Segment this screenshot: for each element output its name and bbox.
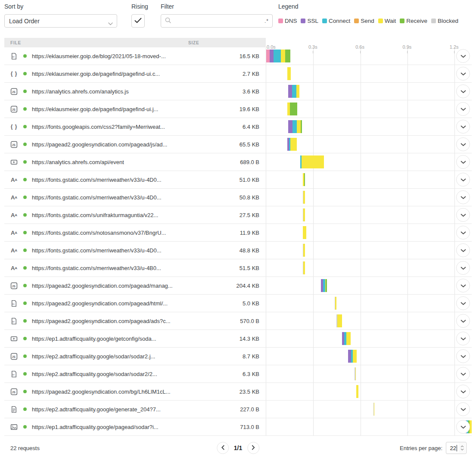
expand-row-button[interactable] <box>456 296 470 310</box>
status-ok-dot <box>23 337 27 340</box>
axis-tick-label: 0.0s <box>267 44 276 50</box>
request-size: 227.0 B <box>240 406 266 413</box>
waterfall-cell <box>266 189 472 206</box>
wait-phase-segment <box>303 226 306 239</box>
request-info-cell: JS https://ep2.adtrafficquality.google/s… <box>4 348 266 365</box>
previous-page-button[interactable] <box>217 442 229 454</box>
request-size: 6.3 KB <box>243 371 266 377</box>
expand-row-button[interactable] <box>456 349 470 363</box>
wait-phase-segment <box>303 244 305 257</box>
request-row: AA https://fonts.gstatic.com/s/merriweat… <box>4 259 472 277</box>
status-ok-dot <box>23 196 27 199</box>
next-page-button[interactable] <box>247 442 259 454</box>
expand-row-button[interactable] <box>456 279 470 292</box>
request-row: { } https://fonts.googleapis.com/css2?fa… <box>4 118 472 136</box>
request-url: https://analytics.ahrefs.com/api/event <box>32 159 124 165</box>
chevron-down-icon <box>460 158 466 166</box>
axis-tick-mark <box>360 51 361 53</box>
waterfall-cell <box>266 365 472 382</box>
waterfall-bar <box>336 314 342 327</box>
request-url: https://ep2.adtrafficquality.google/soda… <box>32 371 157 377</box>
legend-item-label: Blocked <box>438 18 458 24</box>
entries-per-page-input[interactable] <box>446 442 467 454</box>
chevron-down-icon <box>460 70 466 78</box>
expand-row-button[interactable] <box>456 367 470 381</box>
request-info-cell: JS https://pagead2.googlesyndication.com… <box>4 136 266 153</box>
font-file-icon: AA <box>10 211 18 219</box>
sort-by-label: Sort by <box>4 3 117 10</box>
request-info-cell: AA https://fonts.gstatic.com/s/merriweat… <box>4 259 266 277</box>
expand-row-button[interactable] <box>456 102 470 116</box>
sort-by-select[interactable]: Load Order <box>4 14 117 28</box>
text-cursor <box>457 445 457 451</box>
waterfall-cell <box>266 206 472 224</box>
filter-input[interactable] <box>174 18 264 24</box>
dns-color-swatch-icon <box>278 19 283 23</box>
request-info-cell: https://ep2.adtrafficquality.google/gene… <box>4 401 266 418</box>
sort-by-selected-value: Load Order <box>9 18 40 25</box>
waterfall-cell <box>266 83 472 100</box>
html-file-icon: /> <box>10 53 18 60</box>
expand-row-button[interactable] <box>456 190 470 204</box>
expand-row-button[interactable] <box>456 332 470 345</box>
html-file-icon: /> <box>10 300 18 307</box>
chevron-down-icon <box>460 335 466 342</box>
number-stepper[interactable] <box>459 443 465 453</box>
wait-phase-segment <box>303 191 305 204</box>
wait-phase-segment <box>296 85 299 98</box>
expand-row-button[interactable] <box>456 173 470 186</box>
pagination: 1/1 <box>217 442 259 454</box>
entries-value-field[interactable] <box>449 445 456 451</box>
receive-phase-segment <box>285 50 290 62</box>
legend-item-label: Send <box>361 18 374 24</box>
status-ok-dot <box>23 266 27 270</box>
expand-row-button[interactable] <box>456 243 470 257</box>
connect-phase-segment <box>292 120 297 133</box>
ssl-phase-segment <box>270 50 274 62</box>
ssl-phase-segment <box>288 120 292 133</box>
image-file-icon <box>10 423 18 431</box>
waterfall-bar <box>288 85 299 98</box>
text-file-icon <box>10 406 18 413</box>
expand-row-button[interactable] <box>456 49 470 63</box>
axis-tick-mark <box>313 51 313 53</box>
expand-row-button[interactable] <box>456 402 470 416</box>
checkmark-icon <box>134 17 142 25</box>
waterfall-cell <box>266 100 472 118</box>
regex-toggle[interactable]: .* <box>264 18 269 24</box>
expand-row-button[interactable] <box>456 314 470 328</box>
expand-row-button[interactable] <box>456 226 470 239</box>
expand-row-button[interactable] <box>456 84 470 98</box>
request-size: 204.4 KB <box>236 283 266 289</box>
filter-label: Filter <box>161 3 273 10</box>
request-size: 50.8 KB <box>240 194 266 201</box>
rising-checkbox[interactable] <box>131 14 145 28</box>
chevron-down-icon <box>460 193 466 201</box>
waterfall-cell <box>266 330 472 347</box>
status-ok-dot <box>23 125 27 128</box>
page-indicator: 1/1 <box>234 444 242 451</box>
request-info-cell: AA https://fonts.gstatic.com/s/merriweat… <box>4 171 266 188</box>
request-row: AA https://fonts.gstatic.com/s/unifraktu… <box>4 206 472 224</box>
axis-tick-mark <box>407 51 408 53</box>
expand-row-button[interactable] <box>456 137 470 151</box>
waterfall-bar <box>300 155 324 168</box>
expand-row-button[interactable] <box>456 155 470 169</box>
wait-phase-segment <box>355 367 356 380</box>
chevron-down-icon <box>460 405 466 413</box>
expand-row-button[interactable] <box>456 208 470 222</box>
expand-row-button[interactable] <box>456 261 470 275</box>
wait-phase-segment <box>374 403 374 416</box>
request-size: 65.5 KB <box>240 141 266 148</box>
wait-phase-segment <box>337 314 342 327</box>
css-file-icon: { } <box>10 70 18 78</box>
request-url: https://eklausmeier.goip.de/pagefind/pag… <box>32 106 158 112</box>
expand-row-button[interactable] <box>456 385 470 398</box>
expand-row-button[interactable] <box>456 120 470 134</box>
status-ok-dot <box>23 425 27 429</box>
request-info-cell: JS https://analytics.ahrefs.com/analytic… <box>4 83 266 100</box>
request-info-cell: AA https://fonts.gstatic.com/s/unifraktu… <box>4 206 266 224</box>
expand-row-button[interactable] <box>456 420 470 434</box>
svg-text:/>: /> <box>12 320 15 323</box>
expand-row-button[interactable] <box>456 67 470 81</box>
